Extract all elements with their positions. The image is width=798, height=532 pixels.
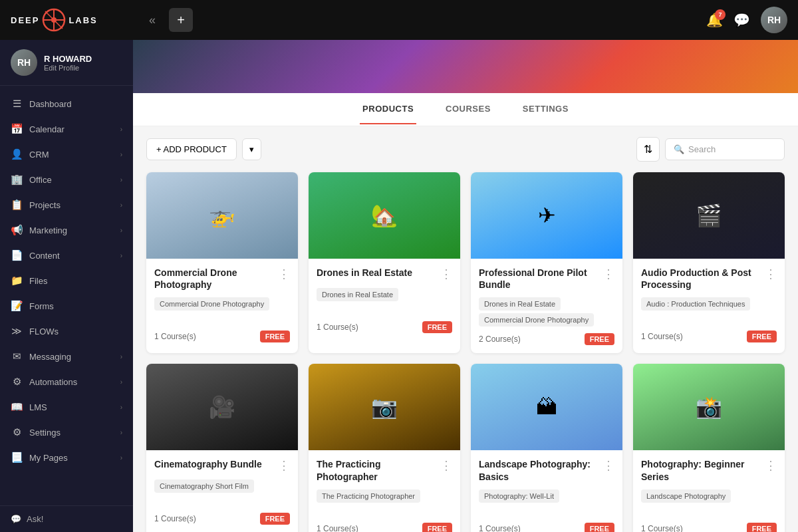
nav-icon-marketing: 📢	[11, 224, 23, 236]
nav-icon-content: 📄	[11, 249, 23, 261]
tabs-bar: PRODUCTSCOURSESSETTINGS	[133, 93, 798, 126]
nav-item-left-calendar: 📅 Calendar	[11, 123, 65, 135]
sidebar-item-marketing[interactable]: 📢 Marketing ›	[0, 217, 133, 243]
product-tag: Drones in Real Estate	[479, 297, 561, 311]
sidebar-item-automations[interactable]: ⚙ Automations ›	[0, 369, 133, 394]
product-thumbnail-professional-drone-pilot: ✈	[471, 172, 622, 259]
product-title-commercial-drone: Commercial Drone Photography	[154, 267, 274, 291]
sidebar-item-content[interactable]: 📄 Content ›	[0, 243, 133, 268]
product-menu-button-professional-drone-pilot[interactable]: ⋮	[598, 267, 614, 281]
price-badge-landscape-photography: FREE	[585, 523, 614, 532]
nav-item-left-messaging: ✉ Messaging	[11, 350, 71, 362]
add-product-button[interactable]: + ADD PRODUCT	[146, 138, 237, 160]
nav-chevron-lms: ›	[120, 404, 122, 411]
collapse-sidebar-button[interactable]: «	[144, 11, 161, 30]
messages-button[interactable]: 💬	[733, 12, 750, 28]
notification-badge: 7	[715, 9, 726, 20]
sidebar-item-lms[interactable]: 📖 LMS ›	[0, 394, 133, 420]
hero-banner	[133, 40, 798, 93]
product-menu-button-audio-production[interactable]: ⋮	[761, 267, 777, 281]
product-thumb-icon: 🎬	[696, 203, 722, 228]
sidebar-item-my-pages[interactable]: 📃 My Pages ›	[0, 445, 133, 470]
product-title-landscape-photography: Landscape Photography: Basics	[479, 458, 598, 482]
main-content: « + 🔔 7 💬 RH PRODUCTSCOURSESSETTINGS + A…	[133, 0, 798, 532]
product-thumbnail-landscape-photography: 🏔	[471, 364, 622, 450]
tab-settings[interactable]: SETTINGS	[520, 94, 571, 124]
product-footer-professional-drone-pilot: 2 Course(s) FREE	[479, 333, 614, 345]
avatar: RH	[11, 49, 37, 76]
product-footer-commercial-drone: 1 Course(s) FREE	[154, 331, 290, 342]
sidebar-item-settings[interactable]: ⚙ Settings ›	[0, 420, 133, 445]
user-profile[interactable]: RH R HOWARD Edit Profile	[0, 40, 133, 86]
product-menu-button-practicing-photographer[interactable]: ⋮	[436, 458, 452, 473]
product-tag: Commercial Drone Photography	[154, 297, 269, 311]
product-tags-professional-drone-pilot: Drones in Real EstateCommercial Drone Ph…	[479, 297, 614, 327]
sidebar-item-messaging[interactable]: ✉ Messaging ›	[0, 344, 133, 369]
product-tags-photography-beginner: Landscape Photography	[641, 489, 777, 516]
notification-button[interactable]: 🔔 7	[706, 12, 723, 28]
product-thumbnail-drones-real-estate: 🏡	[309, 172, 460, 259]
price-badge-professional-drone-pilot: FREE	[585, 333, 614, 345]
product-tag: Drones in Real Estate	[317, 288, 398, 301]
nav-chevron-automations: ›	[120, 378, 122, 386]
product-menu-button-cinematography-bundle[interactable]: ⋮	[274, 458, 290, 473]
product-title-professional-drone-pilot: Professional Drone Pilot Bundle	[479, 267, 598, 291]
sidebar-navigation: ☰ Dashboard 📅 Calendar › 👤 CRM › 🏢 Offic…	[0, 86, 133, 505]
product-menu-button-drones-real-estate[interactable]: ⋮	[436, 267, 452, 281]
ask-button[interactable]: 💬 Ask!	[0, 505, 133, 532]
profile-info: R HOWARD Edit Profile	[44, 54, 92, 72]
nav-label-lms: LMS	[29, 402, 47, 412]
filter-dropdown-button[interactable]: ▾	[242, 138, 261, 160]
tab-courses[interactable]: COURSES	[443, 94, 493, 124]
sidebar-item-dashboard[interactable]: ☰ Dashboard	[0, 91, 133, 116]
product-header-professional-drone-pilot: Professional Drone Pilot Bundle ⋮	[479, 267, 614, 291]
sort-button[interactable]: ⇅	[636, 137, 660, 162]
product-title-cinematography-bundle: Cinematography Bundle	[154, 458, 274, 470]
sidebar-item-projects[interactable]: 📋 Projects ›	[0, 192, 133, 217]
nav-label-marketing: Marketing	[29, 225, 67, 235]
nav-item-left-content: 📄 Content	[11, 249, 60, 261]
products-area: + ADD PRODUCT ▾ ⇅ 🔍 Search 🚁 Commercial …	[133, 126, 798, 532]
product-menu-button-commercial-drone[interactable]: ⋮	[274, 267, 290, 281]
sidebar-item-files[interactable]: 📁 Files	[0, 268, 133, 293]
nav-chevron-calendar: ›	[120, 126, 122, 133]
sidebar-item-forms[interactable]: 📝 Forms	[0, 293, 133, 319]
sidebar-item-crm[interactable]: 👤 CRM ›	[0, 142, 133, 167]
product-tag: Audio : Production Techniques	[641, 297, 750, 311]
nav-icon-forms: 📝	[11, 300, 23, 312]
product-menu-button-photography-beginner[interactable]: ⋮	[761, 458, 777, 473]
product-footer-drones-real-estate: 1 Course(s) FREE	[317, 321, 452, 333]
product-thumbnail-audio-production: 🎬	[633, 172, 785, 259]
product-menu-button-landscape-photography[interactable]: ⋮	[598, 458, 614, 473]
sidebar-item-office[interactable]: 🏢 Office ›	[0, 167, 133, 192]
product-thumb-icon: 🏡	[371, 203, 398, 228]
product-header-practicing-photographer: The Practicing Photographer ⋮	[317, 458, 452, 482]
nav-item-left-dashboard: ☰ Dashboard	[11, 98, 72, 110]
tab-products[interactable]: PRODUCTS	[360, 94, 416, 124]
nav-label-my-pages: My Pages	[29, 453, 68, 463]
product-body-drones-real-estate: Drones in Real Estate ⋮ Drones in Real E…	[309, 259, 460, 341]
nav-chevron-messaging: ›	[120, 353, 122, 360]
nav-chevron-settings: ›	[120, 429, 122, 436]
toolbar-right: ⇅ 🔍 Search	[636, 137, 785, 162]
edit-profile-link[interactable]: Edit Profile	[44, 64, 92, 72]
product-thumb-icon: 📸	[696, 394, 722, 420]
nav-icon-office: 🏢	[11, 174, 23, 186]
course-count-drones-real-estate: 1 Course(s)	[317, 323, 358, 332]
nav-label-calendar: Calendar	[29, 124, 65, 134]
product-header-audio-production: Audio Production & Post Processing ⋮	[641, 267, 777, 291]
product-thumb-icon: 🏔	[536, 395, 557, 420]
add-button[interactable]: +	[169, 8, 193, 32]
user-avatar[interactable]: RH	[761, 7, 787, 33]
search-placeholder: Search	[688, 144, 716, 154]
product-tags-drones-real-estate: Drones in Real Estate	[317, 288, 452, 315]
brand-logo-area: DEEP LABS	[11, 8, 98, 32]
nav-item-left-marketing: 📢 Marketing	[11, 224, 67, 236]
nav-chevron-content: ›	[120, 252, 122, 259]
topbar: « + 🔔 7 💬 RH	[133, 0, 798, 40]
price-badge-practicing-photographer: FREE	[422, 523, 452, 532]
sidebar-item-calendar[interactable]: 📅 Calendar ›	[0, 116, 133, 142]
sidebar-item-flows[interactable]: ≫ FLOWs	[0, 319, 133, 344]
product-header-drones-real-estate: Drones in Real Estate ⋮	[317, 267, 452, 281]
search-box[interactable]: 🔍 Search	[665, 138, 785, 160]
